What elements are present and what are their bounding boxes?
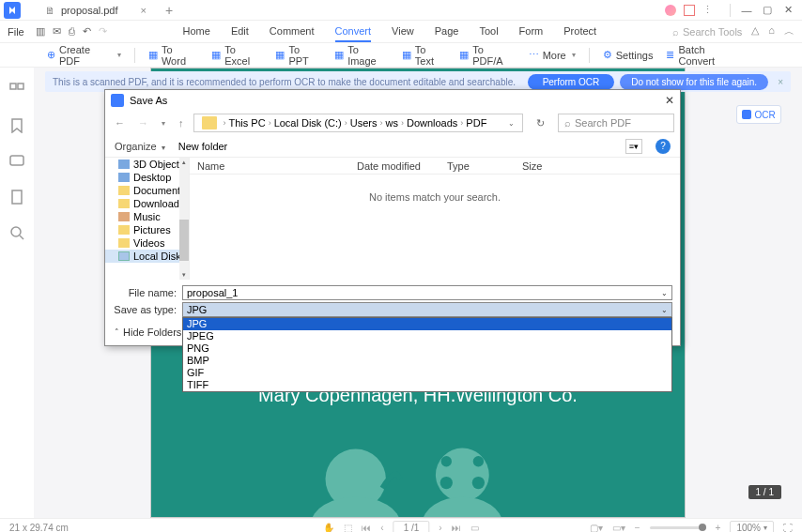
crumb[interactable]: ws bbox=[385, 117, 397, 129]
nav-up-button[interactable]: ↑ bbox=[175, 117, 188, 129]
chevron-down-icon[interactable]: ⌄ bbox=[661, 289, 668, 297]
file-list[interactable]: Name Date modified Type Size No items ma… bbox=[190, 158, 680, 280]
settings-button[interactable]: ⚙Settings bbox=[603, 49, 654, 61]
savetype-select[interactable]: JPG⌄ bbox=[182, 302, 672, 317]
chevron-down-icon[interactable]: ⌄ bbox=[661, 306, 668, 314]
next-page-icon[interactable]: › bbox=[439, 523, 441, 532]
tree-scroll-down[interactable]: ▾ bbox=[179, 270, 189, 280]
search-tools[interactable]: ⌕ Search Tools bbox=[672, 26, 742, 38]
comments-icon[interactable] bbox=[9, 154, 24, 169]
refresh-button[interactable]: ↻ bbox=[529, 117, 552, 129]
tree-item[interactable]: Desktop bbox=[133, 172, 171, 183]
tab-protect[interactable]: Protect bbox=[563, 22, 596, 42]
new-folder-button[interactable]: New folder bbox=[178, 141, 228, 152]
tree-scrollbar-track[interactable] bbox=[179, 158, 189, 280]
crumb[interactable]: Users bbox=[350, 117, 378, 129]
to-text-button[interactable]: ▦To Text bbox=[402, 44, 446, 67]
zoom-level-select[interactable]: 100%▾ bbox=[730, 521, 774, 532]
document-tab[interactable]: 🗎 proposal.pdf × bbox=[36, 0, 156, 21]
fit-page-icon[interactable]: ▢▾ bbox=[590, 523, 603, 532]
dialog-close-button[interactable]: ✕ bbox=[665, 94, 674, 107]
tab-form[interactable]: Form bbox=[519, 22, 544, 42]
nav-forward-button[interactable]: → bbox=[134, 117, 152, 129]
search-panel-icon[interactable] bbox=[9, 225, 24, 240]
tree-item[interactable]: Videos bbox=[133, 237, 164, 249]
perform-ocr-button[interactable]: Perform OCR bbox=[528, 74, 615, 90]
tab-edit[interactable]: Edit bbox=[231, 22, 249, 42]
undo-icon[interactable]: ↶ bbox=[83, 25, 91, 38]
option-jpeg[interactable]: JPEG bbox=[183, 330, 671, 342]
savetype-dropdown[interactable]: JPG JPEG PNG BMP GIF TIFF bbox=[182, 317, 672, 392]
zoom-in-icon[interactable]: + bbox=[716, 523, 721, 532]
last-page-icon[interactable]: ⏭ bbox=[452, 523, 461, 532]
cloud-icon[interactable]: △ bbox=[751, 24, 759, 38]
tree-item[interactable]: Downloads bbox=[133, 198, 184, 209]
dialog-search-input[interactable]: ⌕ Search PDF bbox=[558, 114, 674, 132]
tree-item[interactable]: Pictures bbox=[133, 224, 171, 236]
filename-input[interactable]: proposal_1⌄ bbox=[182, 285, 672, 300]
folder-tree[interactable]: 3D Objects Desktop Documents Downloads M… bbox=[105, 158, 190, 280]
thumbnails-icon[interactable] bbox=[9, 83, 24, 98]
tab-convert[interactable]: Convert bbox=[335, 22, 372, 42]
to-image-button[interactable]: ▦To Image bbox=[334, 44, 389, 67]
add-tab-button[interactable]: + bbox=[165, 3, 173, 18]
nav-recent-dropdown[interactable]: ▾ bbox=[158, 119, 169, 128]
crumb[interactable]: Local Disk (C:) bbox=[274, 117, 342, 129]
close-window-button[interactable]: ✕ bbox=[779, 2, 796, 19]
close-tab-icon[interactable]: × bbox=[141, 5, 147, 16]
fullscreen-icon[interactable]: ⛶ bbox=[783, 523, 793, 532]
to-ppt-button[interactable]: ▦To PPT bbox=[275, 44, 321, 67]
tree-scroll-up[interactable]: ▴ bbox=[179, 158, 189, 167]
batch-convert-button[interactable]: ≣Batch Convert bbox=[666, 44, 742, 67]
ocr-side-button[interactable]: OCR bbox=[736, 105, 781, 124]
fit-width-icon[interactable]: ▭▾ bbox=[612, 523, 625, 532]
option-tiff[interactable]: TIFF bbox=[183, 379, 671, 391]
organize-menu[interactable]: Organize ▾ bbox=[115, 141, 165, 152]
file-menu[interactable]: File bbox=[8, 26, 24, 38]
option-gif[interactable]: GIF bbox=[183, 367, 671, 379]
tree-item[interactable]: Music bbox=[133, 211, 161, 222]
page-number-input[interactable]: 1 /1 bbox=[393, 521, 430, 532]
tab-page[interactable]: Page bbox=[435, 22, 459, 42]
breadcrumb-dropdown-icon[interactable]: ⌄ bbox=[504, 119, 518, 128]
tab-tool[interactable]: Tool bbox=[479, 22, 498, 42]
to-word-button[interactable]: ▦To Word bbox=[148, 44, 198, 67]
tab-home[interactable]: Home bbox=[183, 22, 210, 42]
mail-icon[interactable]: ✉ bbox=[53, 25, 61, 38]
collapse-ribbon-icon[interactable]: ︿ bbox=[784, 24, 794, 38]
tree-item[interactable]: 3D Objects bbox=[133, 159, 184, 170]
dismiss-ocr-button[interactable]: Do not show for this file again. bbox=[620, 74, 768, 90]
crumb[interactable]: This PC bbox=[229, 117, 266, 129]
tree-scrollbar-thumb[interactable] bbox=[179, 220, 189, 261]
crumb[interactable]: PDF bbox=[466, 117, 486, 129]
maximize-button[interactable]: ▢ bbox=[759, 2, 776, 19]
notification-icon[interactable] bbox=[684, 5, 695, 16]
view-options-button[interactable]: ≡▾ bbox=[625, 139, 642, 154]
print-icon[interactable]: ⎙ bbox=[69, 25, 75, 38]
col-type[interactable]: Type bbox=[440, 160, 515, 172]
to-pdfa-button[interactable]: ▦To PDF/A bbox=[459, 44, 515, 67]
tree-item[interactable]: Documents bbox=[133, 185, 186, 196]
attachments-icon[interactable] bbox=[9, 190, 24, 205]
zoom-slider[interactable] bbox=[650, 526, 706, 529]
first-page-icon[interactable]: ⏮ bbox=[362, 523, 371, 532]
select-tool-icon[interactable]: ⬚ bbox=[344, 523, 352, 532]
zoom-slider-thumb[interactable] bbox=[699, 524, 706, 531]
minimize-button[interactable]: — bbox=[738, 2, 755, 19]
hand-tool-icon[interactable]: ✋ bbox=[323, 523, 334, 532]
prev-page-icon[interactable]: ‹ bbox=[380, 523, 383, 532]
breadcrumb-bar[interactable]: › This PC› Local Disk (C:)› Users› ws› D… bbox=[193, 114, 524, 132]
option-png[interactable]: PNG bbox=[183, 342, 671, 355]
nav-back-button[interactable]: ← bbox=[111, 117, 129, 129]
more-button[interactable]: ⋯More▾ bbox=[529, 49, 576, 61]
tab-comment[interactable]: Comment bbox=[270, 22, 315, 42]
col-size[interactable]: Size bbox=[515, 160, 571, 172]
more-menu-icon[interactable]: ⋮ bbox=[702, 4, 713, 16]
option-bmp[interactable]: BMP bbox=[183, 355, 671, 367]
account-avatar-icon[interactable] bbox=[665, 5, 676, 16]
home-icon[interactable]: ⌂ bbox=[768, 24, 775, 38]
save-icon[interactable]: ▥ bbox=[36, 25, 45, 38]
hide-folders-toggle[interactable]: ˄ Hide Folders bbox=[115, 327, 181, 338]
col-date[interactable]: Date modified bbox=[349, 160, 440, 172]
to-excel-button[interactable]: ▦To Excel bbox=[211, 44, 262, 67]
